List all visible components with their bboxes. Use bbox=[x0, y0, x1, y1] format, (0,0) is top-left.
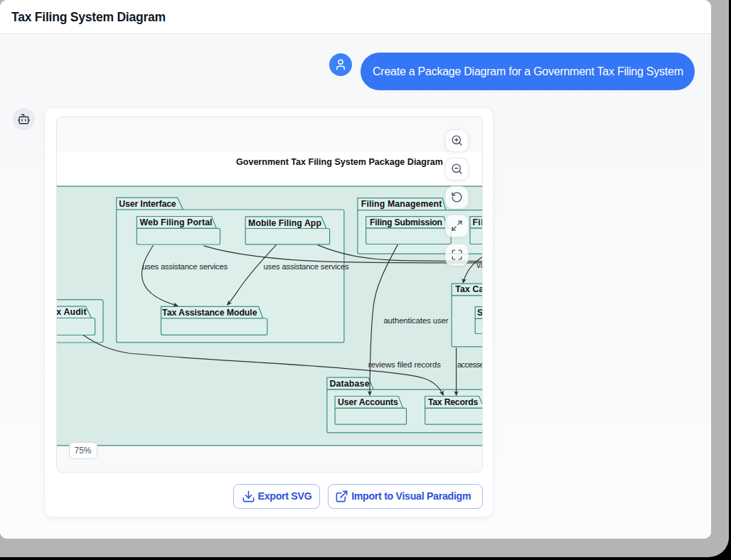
svg-text:validates tax data: validates tax data bbox=[476, 261, 483, 269]
svg-text:authenticates user: authenticates user bbox=[383, 316, 448, 325]
svg-text:Web Filing Portal: Web Filing Portal bbox=[140, 217, 213, 227]
svg-text:Tax Assistance Module: Tax Assistance Module bbox=[162, 308, 257, 318]
svg-text:Filing Validation: Filing Validation bbox=[473, 217, 484, 227]
svg-text:User Interface: User Interface bbox=[119, 199, 176, 209]
svg-text:Filing Submission: Filing Submission bbox=[370, 217, 442, 227]
svg-text:uses assistance services: uses assistance services bbox=[142, 262, 228, 271]
svg-text:Tax Records: Tax Records bbox=[428, 397, 479, 407]
svg-text:Tax Calculation: Tax Calculation bbox=[455, 284, 483, 294]
svg-text:Filing Management: Filing Management bbox=[361, 199, 442, 209]
svg-text:Mobile Filing App: Mobile Filing App bbox=[248, 218, 321, 228]
svg-text:User Accounts: User Accounts bbox=[338, 397, 398, 407]
svg-text:Database: Database bbox=[329, 379, 369, 389]
svg-text:Tax Audit: Tax Audit bbox=[56, 307, 87, 317]
svg-text:Government Tax Filing System P: Government Tax Filing System Package Dia… bbox=[236, 156, 443, 167]
svg-text:reviews filed records: reviews filed records bbox=[368, 360, 442, 369]
svg-text:uses assistance services: uses assistance services bbox=[264, 262, 350, 271]
svg-text:accesses: accesses bbox=[457, 360, 483, 369]
svg-text:Storage: Storage bbox=[477, 308, 483, 318]
